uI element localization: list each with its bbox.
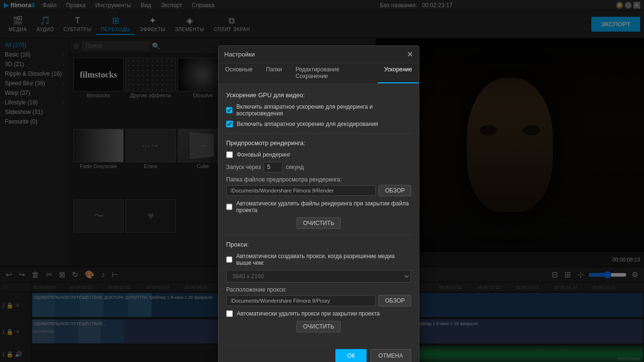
proxy-auto-create-row: Автоматически создавать прокси, когда ра… (226, 253, 411, 266)
hw-decode-checkbox[interactable] (226, 121, 233, 127)
gpu-section: Ускорение GPU для видео: Включить аппара… (226, 91, 411, 127)
proxy-path-row: ОБЗОР (226, 295, 411, 306)
hw-render-label: Включить аппаратное ускорение для рендер… (236, 103, 411, 117)
render-preview-section: Предпросмотр рендеринга: Фоновый рендери… (226, 139, 411, 229)
settings-dialog: Настройки ✕ Основные Папки Редактировани… (218, 45, 419, 362)
render-clear-button[interactable]: ОЧИСТИТЬ (297, 217, 340, 229)
cancel-button[interactable]: ОТМЕНА (370, 349, 411, 362)
dialog-body: Ускорение GPU для видео: Включить аппара… (218, 84, 419, 344)
delay-input[interactable] (264, 162, 283, 172)
auto-delete-proxy-label: Автоматически удалять прокси при закрыти… (237, 310, 380, 317)
tab-folders[interactable]: Папки (259, 63, 289, 83)
auto-delete-render-row: Автоматически удалять файлы рендеринга п… (226, 200, 411, 214)
divider-2 (226, 235, 411, 235)
render-folder-label: Папка файлов предпросмотра рендеринга: (226, 176, 411, 183)
render-path-input[interactable] (226, 185, 376, 196)
render-preview-title: Предпросмотр рендеринга: (226, 139, 411, 147)
hw-decode-label: Включить аппаратное ускорение для декоди… (237, 121, 378, 127)
tab-editing[interactable]: Редактирование Сохранение (289, 63, 378, 83)
tab-acceleration[interactable]: Ускорение (378, 63, 419, 83)
render-path-row: ОБЗОР (226, 185, 411, 196)
auto-delete-proxy-checkbox[interactable] (226, 310, 233, 317)
proxy-clear-button[interactable]: ОЧИСТИТЬ (297, 321, 340, 332)
delay-label: Запуск через (226, 164, 261, 170)
divider-1 (226, 133, 411, 134)
auto-delete-render-checkbox[interactable] (226, 204, 232, 210)
hw-render-checkbox[interactable] (226, 107, 232, 113)
dialog-header: Настройки ✕ (218, 46, 419, 63)
bg-render-label: Фоновый рендеринг (237, 151, 290, 158)
render-browse-button[interactable]: ОБЗОР (379, 185, 411, 196)
proxy-auto-checkbox[interactable] (226, 256, 232, 263)
auto-delete-proxy-row: Автоматически удалять прокси при закрыти… (226, 310, 411, 317)
dialog-title: Настройки (224, 51, 255, 58)
proxy-path-input[interactable] (226, 295, 376, 306)
delay-field-row: Запуск через секунд (226, 162, 411, 172)
bg-render-checkbox-row: Фоновый рендеринг (226, 151, 411, 158)
proxy-auto-label: Автоматически создавать прокси, когда ра… (236, 253, 411, 266)
tab-basic[interactable]: Основные (218, 63, 259, 83)
hw-render-checkbox-row: Включить аппаратное ускорение для рендер… (226, 103, 411, 117)
gpu-section-title: Ускорение GPU для видео: (226, 91, 411, 99)
proxy-section: Прокси: Автоматически создавать прокси, … (226, 241, 411, 332)
dialog-footer: ОК ОТМЕНА (218, 344, 419, 362)
proxy-location-label: Расположение прокси: (226, 286, 411, 293)
delay-unit: секунд (286, 164, 304, 170)
dialog-close-button[interactable]: ✕ (407, 50, 413, 59)
ok-button[interactable]: ОК (335, 349, 366, 362)
bg-render-checkbox[interactable] (226, 151, 233, 158)
dialog-tabs: Основные Папки Редактирование Сохранение… (218, 63, 419, 84)
proxy-title: Прокси: (226, 241, 411, 248)
settings-dialog-overlay: Настройки ✕ Основные Папки Редактировани… (0, 0, 644, 362)
hw-decode-checkbox-row: Включить аппаратное ускорение для декоди… (226, 121, 411, 127)
proxy-browse-button[interactable]: ОБЗОР (379, 295, 411, 306)
auto-delete-render-label: Автоматически удалять файлы рендеринга п… (236, 200, 411, 214)
proxy-resolution-select[interactable]: 3840 x 2160 (226, 270, 411, 283)
